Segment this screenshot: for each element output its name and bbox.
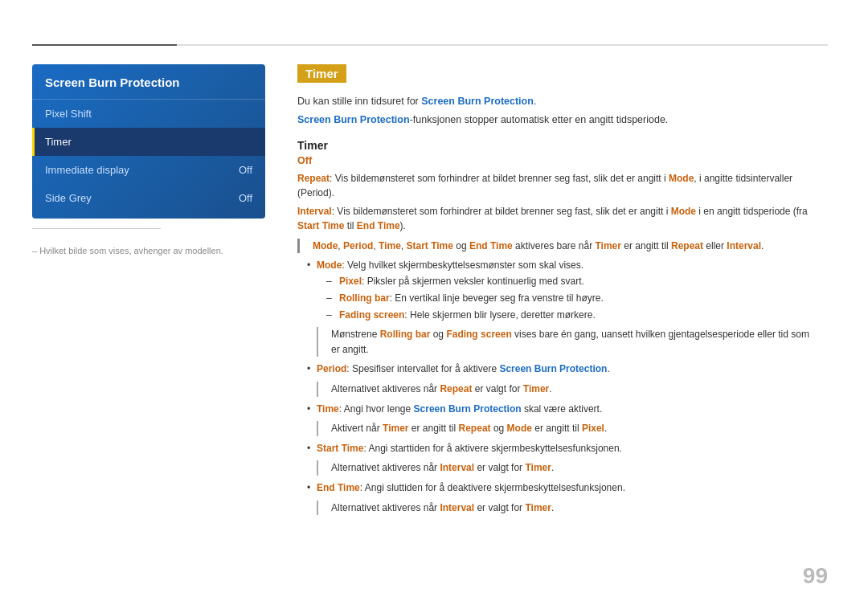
content-area: Timer Du kan stille inn tidsuret for Scr… bbox=[297, 64, 828, 581]
period-note: Alternativet aktiveres når Repeat er val… bbox=[317, 382, 820, 397]
time-note: Aktivert når Timer er angitt til Repeat … bbox=[317, 421, 820, 436]
mode-line: Mode, Period, Time, Start Time og End Ti… bbox=[297, 239, 820, 253]
off-label: Off bbox=[297, 155, 820, 166]
sidebar-item-side-grey[interactable]: Side Grey Off bbox=[32, 184, 265, 212]
bullet-period: Period: Spesifiser intervallet for å akt… bbox=[307, 362, 820, 377]
menu-box: Screen Burn Protection Pixel Shift Timer… bbox=[32, 64, 265, 219]
sub-list-mode: Pixel: Piksler på skjermen veksler konti… bbox=[326, 274, 820, 322]
intro-line2: Screen Burn Protection-funksjonen stoppe… bbox=[297, 112, 820, 128]
intro-line1: Du kan stille inn tidsuret for Screen Bu… bbox=[297, 94, 820, 109]
page-number: 99 bbox=[803, 563, 828, 589]
bullet-list-period: Period: Spesifiser intervallet for å akt… bbox=[307, 362, 820, 377]
sidebar-item-immediate-display[interactable]: Immediate display Off bbox=[32, 156, 265, 184]
page-container: Screen Burn Protection Pixel Shift Timer… bbox=[0, 0, 868, 613]
sidebar-item-pixelshift[interactable]: Pixel Shift bbox=[32, 100, 265, 128]
repeat-para: Repeat: Vis bildemønsteret som forhindre… bbox=[297, 171, 820, 201]
end-note: Alternativet aktiveres når Interval er v… bbox=[317, 501, 820, 516]
start-note: Alternativet aktiveres når Interval er v… bbox=[317, 460, 820, 476]
bullet-mode: Mode: Velg hvilket skjermbeskyttelsesmøn… bbox=[307, 258, 820, 322]
sub-rolling: Rolling bar: En vertikal linje beveger s… bbox=[326, 291, 820, 306]
rolling-note: Mønstrene Rolling bar og Fading screen v… bbox=[317, 327, 820, 357]
sidebar-note: – Hvilket bilde som vises, avhenger av m… bbox=[32, 245, 265, 257]
bullet-end: End Time: Angi sluttiden for å deaktiver… bbox=[307, 480, 820, 496]
bullet-list-start: Start Time: Angi starttiden for å aktive… bbox=[307, 441, 820, 456]
section-title: Timer bbox=[297, 139, 820, 152]
menu-title: Screen Burn Protection bbox=[32, 64, 265, 100]
sub-fading: Fading screen: Hele skjermen blir lysere… bbox=[326, 308, 820, 323]
sidebar-item-timer[interactable]: Timer bbox=[32, 128, 265, 156]
bullet-list-end: End Time: Angi sluttiden for å deaktiver… bbox=[307, 480, 820, 496]
content-title: Timer bbox=[297, 64, 346, 83]
bullet-list: Mode: Velg hvilket skjermbeskyttelsesmøn… bbox=[307, 258, 820, 322]
bullet-start: Start Time: Angi starttiden for å aktive… bbox=[307, 441, 820, 456]
sub-pixel: Pixel: Piksler på skjermen veksler konti… bbox=[326, 274, 820, 289]
bullet-list-time: Time: Angi hvor lenge Screen Burn Protec… bbox=[307, 402, 820, 417]
sidebar-divider bbox=[32, 228, 161, 229]
sidebar: Screen Burn Protection Pixel Shift Timer… bbox=[32, 64, 265, 581]
interval-para: Interval: Vis bildemønsteret som forhind… bbox=[297, 204, 820, 234]
top-line bbox=[32, 44, 828, 46]
bullet-time: Time: Angi hvor lenge Screen Burn Protec… bbox=[307, 402, 820, 417]
